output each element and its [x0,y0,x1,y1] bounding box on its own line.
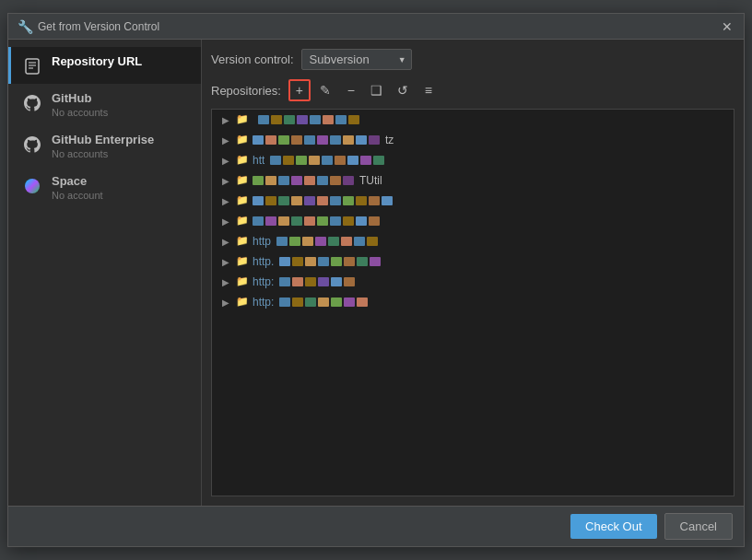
tree-row[interactable]: ▶ 📁 [212,130,734,150]
add-repository-button[interactable]: + [288,79,311,101]
tree-row[interactable]: ▶ 📁 TUtil [212,170,734,191]
tree-arrow: ▶ [219,235,232,248]
tree-row[interactable]: ▶ 📁 htt [212,150,734,170]
tree-arrow: ▶ [219,215,232,228]
pixel-blocks [253,135,380,145]
repo-list[interactable]: ▶ 📁 [211,109,734,496]
tree-item-content [253,216,726,226]
title-bar-left: 🔧 Get from Version Control [18,19,159,34]
tree-item-content [253,115,726,124]
sidebar-item-text-ghe: GitHub Enterprise No accounts [52,133,154,159]
sidebar-item-github-enterprise[interactable]: GitHub Enterprise No accounts [8,125,201,167]
refresh-repository-button[interactable]: ↺ [392,79,414,101]
tree-item-content: htt [253,154,726,167]
pixel-blocks [276,237,378,246]
tree-arrow: ▶ [219,113,232,126]
dialog-content: Repository URL GitHub No accounts [8,40,744,506]
pixel-blocks [279,298,368,307]
pixel-blocks [253,216,380,226]
folder-icon: 📁 [236,154,249,167]
sidebar-item-space[interactable]: Space No account [8,167,201,208]
pixel-blocks [258,115,359,124]
remove-repository-button[interactable]: − [340,79,362,101]
folder-icon: 📁 [236,235,249,248]
repositories-row: Repositories: + ✎ − ❑ ↺ ≡ [211,79,734,101]
tree-item-content: http: [253,275,726,288]
sidebar-item-sub-ghe: No accounts [52,148,154,159]
tree-item-content: TUtil [253,174,726,187]
sidebar-item-name-ghe: GitHub Enterprise [52,133,154,146]
version-control-row: Version control: Subversion Git Mercuria… [211,49,734,70]
repositories-label: Repositories: [211,84,281,98]
tree-row[interactable]: ▶ 📁 [212,211,734,231]
tree-arrow: ▶ [219,154,232,167]
folder-icon: 📁 [236,275,249,288]
sidebar-item-name-github: GitHub [52,91,108,105]
copy-repository-button[interactable]: ❑ [366,79,388,101]
github-enterprise-icon [22,134,42,155]
sidebar-item-sub-space: No account [52,190,103,201]
tree-arrow: ▶ [219,275,232,288]
tree-arrow: ▶ [219,194,232,207]
settings-button[interactable]: ≡ [417,79,440,101]
tree-item-content: http [253,235,726,248]
version-control-select[interactable]: Subversion Git Mercurial [301,49,412,70]
sidebar-item-sub-github: No accounts [52,107,108,118]
tree-item-content [253,196,726,205]
tree-row[interactable]: ▶ 📁 http. [212,251,734,272]
pixel-blocks [253,176,354,185]
svg-point-4 [25,179,40,193]
folder-icon: 📁 [236,215,249,228]
tree-arrow: ▶ [219,255,232,268]
tree-row[interactable]: ▶ 📁 [212,110,734,130]
space-icon [22,176,42,196]
sidebar: Repository URL GitHub No accounts [8,40,202,506]
sidebar-item-text-github: GitHub No accounts [52,91,108,118]
tree-arrow: ▶ [219,296,232,309]
close-button[interactable]: ✕ [720,20,734,33]
folder-icon: 📁 [236,255,249,268]
sidebar-item-name-repo: Repository URL [52,54,142,68]
dialog-footer: Check Out Cancel [8,506,744,546]
pixel-blocks [270,156,384,165]
pixel-blocks [279,257,381,266]
tree-row[interactable]: ▶ 📁 [212,191,734,211]
repository-url-icon [22,56,42,76]
app-icon: 🔧 [18,19,32,34]
cancel-button[interactable]: Cancel [664,513,733,540]
folder-icon: 📁 [236,113,249,126]
tree-row[interactable]: ▶ 📁 http [212,231,734,251]
tree-item-content: tz [253,134,726,146]
tree-row[interactable]: ▶ 📁 http: [212,292,734,312]
sidebar-item-github[interactable]: GitHub No accounts [8,84,201,125]
pixel-blocks [279,277,355,286]
main-panel: Version control: Subversion Git Mercuria… [202,40,744,506]
tree-row[interactable]: ▶ 📁 http: [212,272,734,292]
checkout-button[interactable]: Check Out [570,514,656,539]
pixel-blocks [253,196,393,205]
tree-arrow: ▶ [219,134,232,146]
version-control-select-wrapper[interactable]: Subversion Git Mercurial [301,49,412,70]
edit-repository-button[interactable]: ✎ [314,79,336,101]
sidebar-item-repository-url[interactable]: Repository URL [8,47,201,84]
svg-rect-0 [26,59,39,74]
sidebar-item-text-repo: Repository URL [52,54,142,68]
sidebar-item-name-space: Space [52,174,103,188]
folder-icon: 📁 [236,134,249,146]
github-icon [22,93,42,113]
get-from-vcs-dialog: 🔧 Get from Version Control ✕ Repository … [7,13,745,547]
version-control-label: Version control: [211,52,294,66]
tree-arrow: ▶ [219,174,232,187]
sidebar-item-text-space: Space No account [52,174,103,201]
title-bar: 🔧 Get from Version Control ✕ [8,14,744,40]
folder-icon: 📁 [236,296,249,309]
folder-icon: 📁 [236,194,249,207]
tree-item-content: http: [253,296,726,309]
dialog-title: Get from Version Control [38,20,159,33]
folder-icon: 📁 [236,174,249,187]
tree-item-content: http. [253,255,726,268]
